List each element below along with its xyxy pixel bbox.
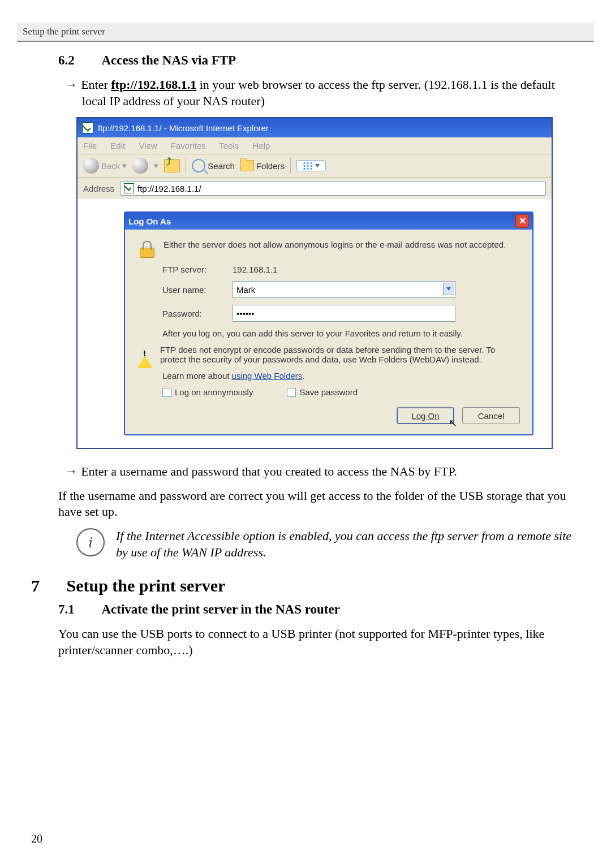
learn-more-text: Learn more about using Web Folders.	[162, 371, 305, 381]
heading-number: 6.2	[58, 53, 99, 68]
checkbox-icon	[287, 388, 296, 397]
web-folders-link[interactable]: using Web Folders	[232, 371, 303, 381]
username-dropdown-button[interactable]	[443, 283, 454, 295]
cancel-button[interactable]: Cancel	[462, 407, 520, 424]
menu-tools[interactable]: Tools	[219, 141, 239, 150]
cursor-icon: ↖	[449, 417, 457, 429]
address-input[interactable]: ftp://192.168.1.1/	[120, 181, 546, 196]
running-header: Setup the print server	[17, 23, 594, 42]
save-password-checkbox[interactable]: Save password	[287, 387, 358, 397]
ie-toolbar: Back ▾ ▾ Search Folders	[78, 154, 552, 178]
address-value: ftp://192.168.1.1/	[137, 184, 201, 193]
anonymous-checkbox[interactable]: Log on anonymously	[162, 387, 253, 397]
body-paragraph: If the username and password are correct…	[58, 488, 574, 520]
username-input[interactable]	[233, 281, 455, 298]
address-label: Address	[83, 184, 114, 193]
password-label: Password:	[162, 309, 225, 318]
views-button[interactable]	[296, 160, 326, 171]
info-icon: i	[76, 528, 105, 556]
menu-help[interactable]: Help	[253, 141, 270, 150]
ie-menu-bar: File Edit View Favorites Tools Help	[78, 137, 552, 154]
warning-icon	[137, 346, 152, 359]
heading-7: 7 Setup the print server	[31, 576, 580, 595]
ftp-server-value: 192.168.1.1	[233, 265, 277, 274]
instruction-bullet: → Enter ftp://192.168.1.1 in your web br…	[82, 77, 574, 109]
ftp-server-label: FTP server:	[162, 265, 225, 274]
menu-edit[interactable]: Edit	[110, 141, 125, 150]
toolbar-separator	[290, 158, 291, 173]
dialog-message: Either the server does not allow anonymo…	[163, 240, 506, 249]
chevron-down-icon	[315, 164, 320, 167]
checkbox-icon	[162, 388, 171, 397]
arrow-icon: →	[65, 77, 81, 92]
folders-button[interactable]: Folders	[240, 160, 285, 171]
logon-dialog: Log On As ✕ Either the server does not a…	[124, 211, 533, 435]
username-label: User name:	[162, 285, 225, 295]
heading-7-1: 7.1 Activate the print server in the NAS…	[58, 602, 580, 617]
dialog-body: Either the server does not allow anonymo…	[125, 230, 532, 434]
folder-icon	[240, 160, 254, 171]
dialog-title-bar: Log On As ✕	[125, 213, 532, 230]
heading-title: Activate the print server in the NAS rou…	[101, 602, 339, 616]
heading-title: Setup the print server	[67, 576, 226, 595]
chevron-down-icon	[446, 287, 451, 291]
dialog-warning-message: FTP does not encrypt or encode passwords…	[160, 345, 520, 364]
back-icon	[83, 158, 99, 174]
search-button[interactable]: Search	[192, 159, 235, 172]
heading-number: 7	[31, 576, 62, 595]
ftp-site-icon	[124, 183, 134, 193]
views-icon	[303, 162, 313, 170]
search-icon	[192, 159, 205, 172]
menu-view[interactable]: View	[139, 141, 157, 150]
back-button[interactable]: Back ▾	[83, 158, 127, 174]
heading-title: Access the NAS via FTP	[101, 53, 236, 67]
close-icon: ✕	[519, 217, 526, 226]
forward-button[interactable]	[132, 158, 148, 174]
menu-favorites[interactable]: Favorites	[171, 141, 206, 150]
logon-button[interactable]: Log On ↖	[397, 407, 454, 424]
body-paragraph: You can use the USB ports to connect to …	[58, 626, 574, 658]
toolbar-separator	[186, 158, 186, 173]
lock-icon	[137, 240, 156, 258]
dialog-title: Log On As	[128, 217, 171, 226]
ie-title-bar: ftp://192.168.1.1/ - Microsoft Internet …	[78, 118, 552, 137]
password-input[interactable]	[233, 305, 455, 322]
ie-window-title: ftp://192.168.1.1/ - Microsoft Internet …	[98, 123, 269, 133]
up-folder-button[interactable]	[164, 159, 180, 172]
instruction-bullet: → Enter a username and password that you…	[82, 464, 574, 480]
dialog-favorites-message: After you log on, you can add this serve…	[162, 329, 463, 338]
heading-6-2: 6.2 Access the NAS via FTP	[58, 53, 580, 68]
arrow-icon: →	[65, 464, 81, 478]
ie-window-screenshot: ftp://192.168.1.1/ - Microsoft Internet …	[76, 117, 553, 449]
menu-file[interactable]: File	[83, 141, 97, 150]
page-number: 20	[31, 832, 42, 845]
ie-content-area: Log On As ✕ Either the server does not a…	[78, 199, 552, 448]
ie-app-icon	[82, 122, 93, 133]
ie-address-bar: Address ftp://192.168.1.1/	[78, 178, 552, 199]
close-button[interactable]: ✕	[515, 214, 529, 228]
note-block: i If the Internet Accessible option is e…	[76, 528, 574, 560]
note-text: If the Internet Accessible option is ena…	[116, 528, 574, 560]
ftp-url-link[interactable]: ftp://192.168.1.1	[111, 77, 196, 92]
heading-number: 7.1	[58, 602, 99, 617]
